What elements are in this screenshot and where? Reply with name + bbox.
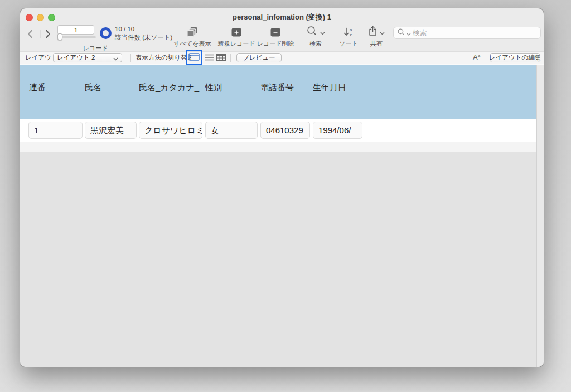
list-view-icon [205, 53, 214, 63]
current-record-input[interactable] [57, 25, 94, 35]
divider [230, 54, 231, 62]
new-record-label: 新規レコード [218, 40, 255, 48]
chevron-down-icon [113, 53, 118, 63]
record-slider-thumb[interactable] [57, 33, 62, 40]
column-label-renban: 連番 [29, 83, 46, 93]
formatting-bar-toggle-icon[interactable]: Aa [473, 53, 480, 61]
view-switch-label: 表示方法の切り替え [136, 52, 193, 64]
list-view-button[interactable] [205, 52, 214, 64]
table-view-icon [216, 53, 226, 63]
divider [130, 54, 131, 62]
record-slider[interactable] [57, 36, 96, 38]
search-icon [307, 26, 317, 38]
svg-text:z: z [350, 32, 352, 37]
layout-content: 連番 氏名 氏名_カタカナ_ 性別 電話番号 生年月日 1 黒沢宏美 クロサワヒ… [20, 64, 544, 367]
show-all-button[interactable]: すべてを表示 [169, 27, 216, 48]
share-label: 共有 [370, 40, 383, 48]
header-part: 連番 氏名 氏名_カタカナ_ 性別 電話番号 生年月日 [20, 65, 536, 119]
field-katakana[interactable]: クロサワヒロミ [139, 122, 202, 139]
field-seinengappi[interactable]: 1994/06/ [313, 122, 362, 139]
preview-label: プレビュー [243, 54, 275, 62]
found-status: 該当件数 (未ソート) [115, 33, 172, 42]
quick-find-input[interactable] [413, 29, 536, 37]
preview-button[interactable]: プレビュー [236, 53, 282, 62]
field-shimei[interactable]: 黒沢宏美 [85, 122, 137, 139]
show-all-icon [187, 27, 198, 37]
share-icon [369, 26, 377, 38]
minus-square-icon [270, 27, 280, 37]
next-record-icon[interactable] [45, 30, 51, 41]
desktop-background: personal_infomation (変換) 1 10 / 10 該当件数 … [0, 0, 571, 392]
field-denwabangou[interactable]: 04610329 [260, 122, 310, 139]
record-row: 1 黒沢宏美 クロサワヒロミ 女 04610329 1994/06/ [20, 119, 536, 142]
previous-record-icon[interactable] [27, 30, 33, 41]
edit-layout-button[interactable]: レイアウトの編集 [490, 53, 540, 62]
vertical-scrollbar[interactable] [536, 65, 544, 367]
chevron-down-icon[interactable] [407, 28, 411, 38]
quick-find-field[interactable] [393, 27, 541, 39]
column-label-seibetsu: 性別 [205, 83, 222, 93]
layout-select[interactable]: レイアウト 2 [53, 53, 122, 62]
footer-part [20, 142, 536, 152]
column-label-seinengappi: 生年月日 [313, 83, 346, 93]
column-label-denwabangou: 電話番号 [260, 83, 294, 93]
titlebar: personal_infomation (変換) 1 [20, 8, 544, 25]
chevron-down-icon[interactable] [320, 27, 325, 37]
filemaker-window: personal_infomation (変換) 1 10 / 10 該当件数 … [20, 8, 544, 367]
field-seibetsu[interactable]: 女 [205, 122, 258, 139]
layout-select-value: レイアウト 2 [57, 54, 113, 62]
column-label-shimei: 氏名 [85, 83, 101, 93]
click-highlight-annotation [186, 50, 202, 65]
found-count: 10 / 10 [115, 26, 134, 32]
sort-az-icon: a z [343, 27, 354, 37]
delete-record-label: レコード削除 [257, 40, 294, 48]
show-all-label: すべてを表示 [173, 40, 211, 48]
plus-square-icon [231, 27, 241, 37]
edit-layout-label: レイアウトの編集 [489, 54, 541, 62]
window-title: personal_infomation (変換) 1 [20, 8, 544, 25]
nav-divider [40, 30, 41, 38]
search-icon [398, 28, 405, 38]
column-label-katakana: 氏名_カタカナ_ [139, 83, 199, 93]
table-view-button[interactable] [216, 52, 226, 64]
found-set-wheel-icon[interactable] [100, 27, 112, 39]
find-label: 検索 [309, 40, 322, 48]
field-renban[interactable]: 1 [28, 122, 83, 139]
layout-bar: レイアウト: レイアウト 2 表示方法の切り替え [20, 51, 544, 64]
chevron-down-icon[interactable] [380, 27, 385, 37]
svg-text:a: a [350, 27, 352, 32]
